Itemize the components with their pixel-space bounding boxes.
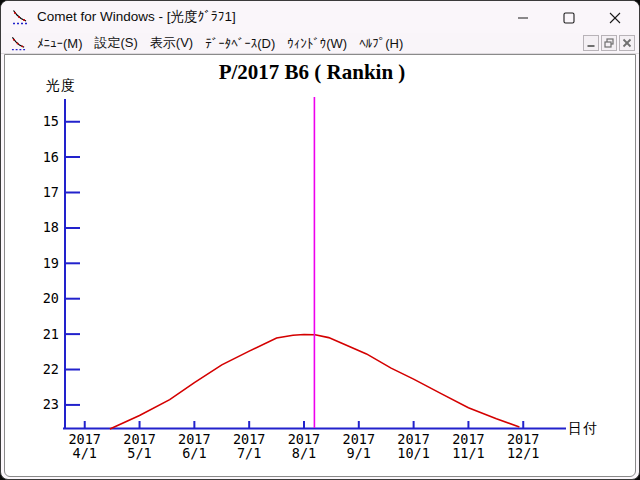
menu-item-settings[interactable]: 設定(S) xyxy=(89,34,144,52)
mdi-close-icon xyxy=(622,38,632,48)
x-tick-label-date: 7/1 xyxy=(237,445,261,461)
minimize-button[interactable] xyxy=(500,2,546,33)
mdi-window-controls xyxy=(583,35,635,51)
maximize-icon xyxy=(563,12,575,24)
titlebar: Comet for Windows - [光度ｸﾞﾗﾌ1] xyxy=(1,1,639,33)
menu-items: ﾒﾆｭｰ(M) 設定(S) 表示(V) ﾃﾞｰﾀﾍﾞｰｽ(D) ｳｨﾝﾄﾞｳ(W… xyxy=(31,33,409,53)
x-tick-label-date: 10/1 xyxy=(397,445,430,461)
minimize-icon xyxy=(517,12,529,24)
y-tick-label: 22 xyxy=(43,361,59,377)
y-tick-label: 15 xyxy=(43,113,59,129)
menu-item-help[interactable]: ﾍﾙﾌﾟ(H) xyxy=(353,36,409,51)
mdi-restore-button[interactable] xyxy=(601,35,617,51)
x-tick-label-date: 11/1 xyxy=(452,445,485,461)
close-button[interactable] xyxy=(592,2,638,33)
x-tick-label-date: 9/1 xyxy=(347,445,371,461)
x-tick-label-date: 4/1 xyxy=(73,445,97,461)
mdi-minimize-icon xyxy=(586,38,596,48)
mdi-close-button[interactable] xyxy=(619,35,635,51)
maximize-button[interactable] xyxy=(546,2,592,33)
x-tick-label-date: 6/1 xyxy=(182,445,206,461)
y-tick-label: 17 xyxy=(43,184,59,200)
x-tick-label-date: 8/1 xyxy=(292,445,316,461)
window-controls xyxy=(500,2,638,33)
menu-item-view[interactable]: 表示(V) xyxy=(144,34,199,52)
close-icon xyxy=(609,12,621,24)
mdi-minimize-button[interactable] xyxy=(583,35,599,51)
mdi-restore-icon xyxy=(604,38,614,48)
y-tick-label: 20 xyxy=(43,290,59,306)
menu-item-database[interactable]: ﾃﾞｰﾀﾍﾞｰｽ(D) xyxy=(199,36,281,51)
menu-item-window[interactable]: ｳｨﾝﾄﾞｳ(W) xyxy=(281,36,353,51)
window-title: Comet for Windows - [光度ｸﾞﾗﾌ1] xyxy=(37,1,236,33)
light-curve-plot: 15161718192021222320174/120175/120176/12… xyxy=(5,55,635,475)
y-tick-label: 23 xyxy=(43,396,59,412)
y-tick-label: 16 xyxy=(43,149,59,165)
x-tick-label-date: 12/1 xyxy=(507,445,540,461)
light-curve-chart-icon xyxy=(11,36,26,51)
light-curve-chart-icon xyxy=(12,9,28,25)
x-tick-label-date: 5/1 xyxy=(127,445,151,461)
y-tick-label: 19 xyxy=(43,255,59,271)
y-tick-label: 21 xyxy=(43,326,59,342)
menu-item-menu[interactable]: ﾒﾆｭｰ(M) xyxy=(31,36,89,51)
app-window: Comet for Windows - [光度ｸﾞﾗﾌ1] ﾒ xyxy=(0,0,640,480)
menubar: ﾒﾆｭｰ(M) 設定(S) 表示(V) ﾃﾞｰﾀﾍﾞｰｽ(D) ｳｨﾝﾄﾞｳ(W… xyxy=(1,33,639,54)
chart-client-area: P/2017 B6 ( Rankin ) 光度 日付 1516171819202… xyxy=(4,54,636,477)
y-tick-label: 18 xyxy=(43,219,59,235)
